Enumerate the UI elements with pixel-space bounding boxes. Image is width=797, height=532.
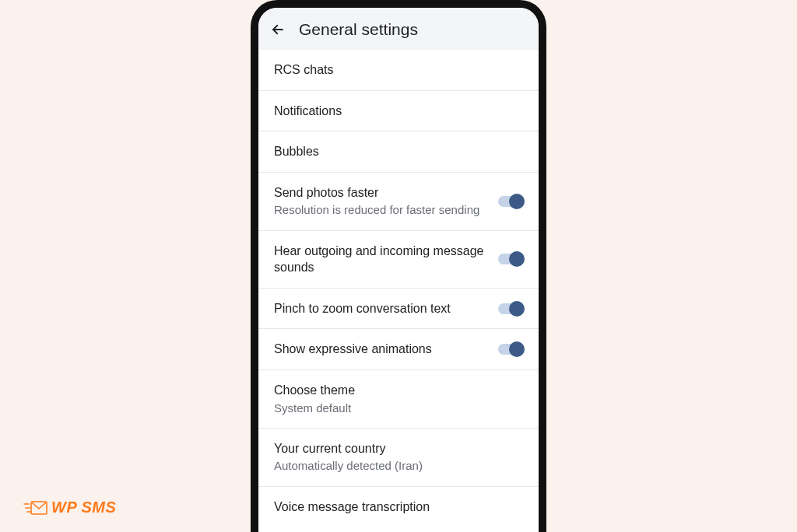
row-title: Show expressive animations	[274, 341, 489, 358]
row-title: Bubbles	[274, 143, 523, 160]
row-subtitle: Resolution is reduced for faster sending	[274, 202, 489, 218]
toggle-thumb	[509, 194, 525, 209]
settings-list: RCS chats Notifications Bubbles Send pho…	[258, 50, 539, 532]
row-title: Your current country	[274, 440, 523, 457]
row-title: Pinch to zoom conversation text	[274, 300, 489, 317]
row-notifications[interactable]: Notifications	[258, 91, 539, 132]
row-pinch-zoom[interactable]: Pinch to zoom conversation text	[258, 289, 539, 330]
row-choose-theme[interactable]: Choose theme System default	[258, 370, 539, 429]
row-title: Notifications	[274, 103, 523, 120]
row-title: RCS chats	[274, 61, 523, 79]
row-rcs-chats[interactable]: RCS chats	[258, 50, 539, 91]
app-header: General settings	[258, 8, 539, 50]
back-icon[interactable]	[271, 23, 285, 37]
row-expressive-animations[interactable]: Show expressive animations	[258, 329, 539, 370]
wpsms-logo: WP SMS	[23, 499, 116, 516]
row-send-photos-faster[interactable]: Send photos faster Resolution is reduced…	[258, 173, 539, 231]
toggle-thumb	[509, 251, 525, 267]
page-title: General settings	[299, 20, 418, 39]
row-current-country[interactable]: Your current country Automatically detec…	[258, 429, 539, 487]
toggle-pinch-zoom[interactable]	[498, 302, 523, 316]
phone-frame: General settings RCS chats Notifications…	[251, 0, 546, 532]
row-message-sounds[interactable]: Hear outgoing and incoming message sound…	[258, 231, 539, 289]
row-voice-transcription[interactable]: Voice message transcription	[258, 487, 539, 527]
row-subtitle: Automatically detected (Iran)	[274, 458, 523, 474]
toggle-expressive-animations[interactable]	[498, 342, 523, 356]
phone-screen: General settings RCS chats Notifications…	[258, 8, 539, 532]
toggle-thumb	[509, 301, 525, 317]
toggle-send-photos-faster[interactable]	[498, 194, 523, 208]
row-bubbles[interactable]: Bubbles	[258, 131, 539, 173]
row-subtitle: System default	[274, 401, 523, 416]
wpsms-label: WP SMS	[51, 499, 116, 516]
row-title: Choose theme	[274, 382, 523, 399]
row-title: Send photos faster	[274, 184, 489, 201]
row-title: Voice message transcription	[274, 499, 523, 516]
toggle-message-sounds[interactable]	[498, 252, 523, 266]
toggle-thumb	[509, 341, 525, 357]
row-title: Hear outgoing and incoming message sound…	[274, 243, 489, 276]
envelope-speed-icon	[23, 499, 45, 516]
